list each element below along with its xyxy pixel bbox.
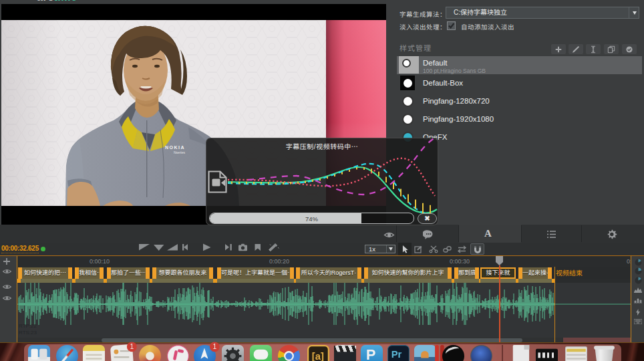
svg-text:Nseries: Nseries: [174, 150, 185, 154]
svg-text:NOKIA: NOKIA: [165, 145, 185, 150]
